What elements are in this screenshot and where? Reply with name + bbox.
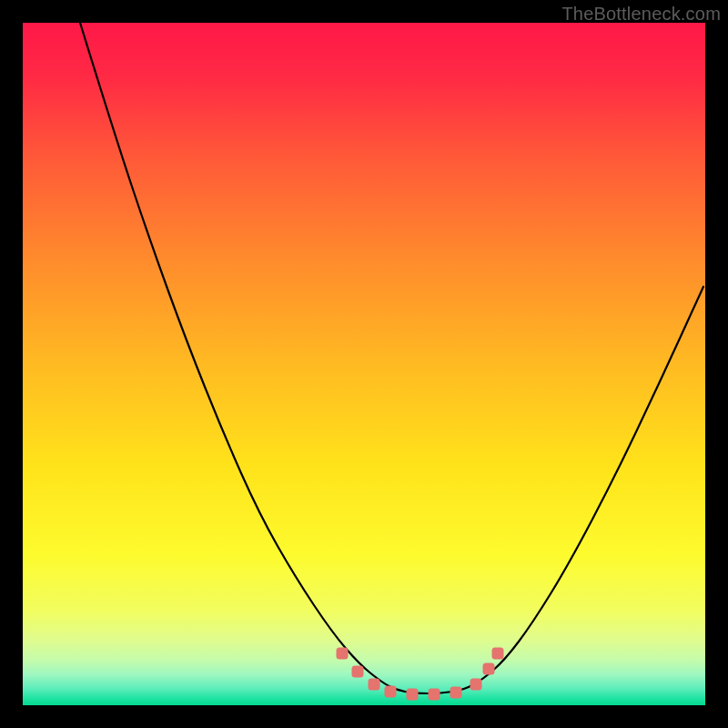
marker-dot xyxy=(369,679,380,691)
marker-dot xyxy=(470,679,482,691)
marker-dot xyxy=(407,689,419,701)
curve-line xyxy=(80,23,703,693)
marker-dot xyxy=(352,666,364,678)
watermark-text: TheBottleneck.com xyxy=(561,4,721,25)
chart-plot-area xyxy=(23,23,705,705)
marker-dot xyxy=(450,687,462,699)
marker-dot xyxy=(385,686,397,698)
marker-dot xyxy=(483,663,495,675)
marker-dot xyxy=(337,648,349,660)
marker-dot xyxy=(492,648,504,660)
marker-dot xyxy=(429,689,440,701)
bottleneck-curve xyxy=(23,23,705,705)
